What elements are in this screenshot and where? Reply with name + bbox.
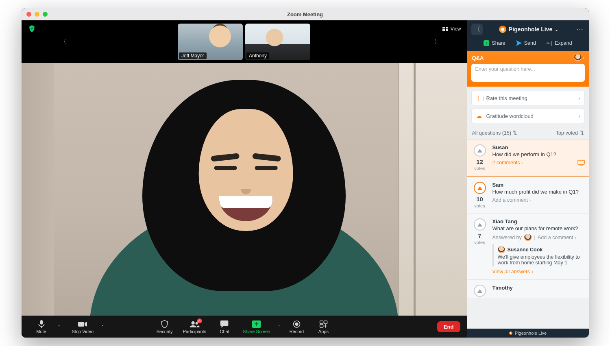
svg-point-6 — [295, 323, 298, 326]
pigeonhole-logo-icon — [509, 331, 512, 335]
svg-rect-10 — [578, 160, 584, 164]
question-item[interactable]: 10 votes Sam How much profit did we make… — [467, 177, 589, 213]
panel-title[interactable]: Pigeonhole Live ⌄ — [486, 26, 572, 33]
gallery-prev-button[interactable]: 〈 — [58, 36, 69, 48]
apps-label: Apps — [318, 329, 329, 334]
add-comment-link[interactable]: Add a comment › — [538, 235, 576, 240]
gallery-next-button[interactable]: 〉 — [432, 36, 442, 48]
zoom-window: Zoom Meeting 〈 Jeff Mayer Anthony 〉 — [22, 8, 589, 338]
gallery-strip: 〈 Jeff Mayer Anthony 〉 View — [22, 20, 467, 63]
question-text: How did we perform in Q1? — [492, 151, 585, 157]
window-fullscreen-button[interactable] — [43, 12, 48, 17]
end-label: End — [444, 324, 454, 330]
stop-video-button[interactable]: Stop Video — [67, 318, 99, 335]
chevron-down-icon: ⌄ — [555, 27, 558, 32]
chevron-right-icon: › — [529, 198, 531, 203]
svg-point-2 — [191, 321, 194, 325]
vote-label: votes — [474, 240, 485, 245]
chevron-right-icon: › — [521, 160, 523, 165]
pigeonhole-panel: 〈 Pigeonhole Live ⌄ ⋯ ↑Share Send ⇤|Expa… — [467, 20, 589, 338]
window-close-button[interactable] — [26, 12, 31, 17]
meeting-area: 〈 Jeff Mayer Anthony 〉 View — [22, 20, 467, 338]
encryption-shield-icon[interactable] — [29, 25, 35, 32]
qa-profile-button[interactable]: › — [574, 54, 585, 61]
pill-label: Rate this meeting — [486, 95, 527, 101]
mute-button[interactable]: Mute — [28, 318, 55, 335]
rate-meeting-button[interactable]: ❘❘❘ Rate this meeting › — [471, 91, 585, 105]
footer-label: Pigeonhole Live — [515, 331, 547, 336]
question-item[interactable]: 7 votes Xiao Tang What are our plans for… — [467, 213, 589, 279]
answer-block: Susanne Cook We'll give employees the fl… — [492, 244, 585, 266]
qa-heading: Q&A — [472, 55, 484, 61]
share-screen-button[interactable]: Share Screen — [238, 318, 275, 335]
record-icon — [293, 320, 300, 328]
meeting-controls-bar: Mute ⌃ Stop Video ⌃ Security — [22, 316, 467, 338]
upvote-button[interactable] — [474, 218, 486, 231]
participant-name-label: Anthony — [246, 52, 269, 59]
avatar-icon — [524, 234, 532, 241]
question-author: Susan — [492, 144, 585, 150]
apps-icon — [319, 320, 327, 328]
mute-menu-caret[interactable]: ⌃ — [55, 325, 63, 329]
mute-label: Mute — [36, 329, 46, 334]
vote-count: 12 — [476, 158, 483, 165]
questions-filter-button[interactable]: All questions (15) ⇅ — [472, 130, 517, 136]
apps-button[interactable]: Apps — [310, 318, 337, 335]
share-screen-icon — [252, 320, 261, 328]
grid-icon — [442, 27, 448, 31]
question-author: Sam — [492, 182, 585, 188]
end-meeting-button[interactable]: End — [437, 321, 460, 332]
active-speaker-video[interactable] — [22, 63, 467, 316]
panel-more-button[interactable]: ⋯ — [575, 26, 585, 33]
question-item[interactable]: 12 votes Susan How did we perform in Q1?… — [467, 139, 589, 177]
vote-label: votes — [474, 166, 485, 171]
participant-name-label: Jeff Mayer — [179, 52, 207, 59]
panel-send-button[interactable]: Send — [516, 40, 536, 46]
questions-list: 12 votes Susan How did we perform in Q1?… — [467, 139, 589, 329]
chat-label: Chat — [220, 329, 229, 334]
vote-count: 10 — [476, 196, 483, 203]
share-menu-caret[interactable]: ⌃ — [275, 325, 283, 329]
answer-text: We'll give employees the flexibility to … — [498, 254, 585, 266]
send-icon — [516, 40, 522, 46]
sort-button[interactable]: Top voted ⇅ — [556, 130, 584, 136]
upvote-button[interactable] — [474, 285, 486, 297]
window-title: Zoom Meeting — [287, 11, 323, 17]
panel-footer: Pigeonhole Live — [467, 329, 589, 338]
question-author: Xiao Tang — [492, 218, 585, 225]
shield-icon — [161, 320, 168, 328]
answered-by-label: Answered by — [492, 235, 522, 240]
upvote-button[interactable] — [474, 182, 486, 194]
comments-link[interactable]: 2 comments › — [492, 160, 523, 166]
panel-back-button[interactable]: 〈 — [471, 24, 483, 35]
security-button[interactable]: Security — [151, 318, 178, 335]
window-minimize-button[interactable] — [35, 12, 39, 17]
upvote-button[interactable] — [474, 144, 486, 157]
participant-thumbnail[interactable]: Anthony — [245, 24, 310, 60]
question-item[interactable]: Timothy — [467, 279, 589, 298]
record-button[interactable]: Record — [283, 318, 310, 335]
view-label: View — [451, 26, 461, 32]
panel-expand-button[interactable]: ⇤|Expand — [547, 40, 572, 46]
vote-count: 7 — [478, 232, 481, 239]
question-input[interactable]: Enter your question here... — [471, 64, 585, 82]
video-menu-caret[interactable]: ⌃ — [98, 325, 107, 329]
vote-label: votes — [474, 203, 485, 208]
record-label: Record — [290, 329, 304, 334]
add-comment-link[interactable]: Add a comment › — [492, 197, 531, 203]
participants-count-badge: 3 — [197, 318, 202, 323]
poll-icon: ❘❘❘ — [476, 95, 482, 101]
wordcloud-icon: ☁ — [476, 113, 482, 119]
participant-thumbnail[interactable]: Jeff Mayer — [178, 24, 243, 60]
svg-rect-1 — [78, 322, 84, 327]
panel-share-button[interactable]: ↑Share — [484, 40, 505, 46]
expand-icon: ⇤| — [547, 40, 552, 46]
chevron-right-icon: › — [575, 235, 576, 240]
chat-button[interactable]: Chat — [211, 318, 238, 335]
pigeonhole-logo-icon — [499, 26, 506, 33]
participants-button[interactable]: 3 Participants — [178, 318, 211, 335]
question-author: Timothy — [492, 285, 585, 291]
view-all-answers-link[interactable]: View all answers › — [492, 269, 534, 275]
view-mode-button[interactable]: View — [442, 26, 461, 32]
wordcloud-button[interactable]: ☁ Gratitude wordcloud › — [471, 109, 585, 123]
